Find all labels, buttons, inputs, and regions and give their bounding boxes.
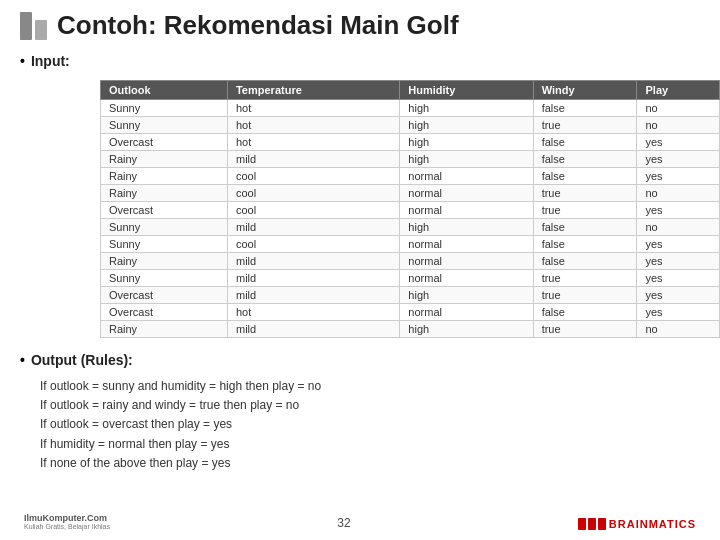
table-cell: no	[637, 100, 720, 117]
table-cell: yes	[637, 202, 720, 219]
rule-item: If outlook = sunny and humidity = high t…	[40, 377, 700, 396]
page-title: Contoh: Rekomendasi Main Golf	[57, 10, 459, 41]
table-cell: cool	[227, 202, 399, 219]
rule-item: If outlook = overcast then play = yes	[40, 415, 700, 434]
input-label: Input:	[31, 53, 70, 69]
table-row: Sunnyhothighfalseno	[101, 100, 720, 117]
table-cell: yes	[637, 134, 720, 151]
table-cell: Overcast	[101, 202, 228, 219]
footer-left: IlmuKomputer.Com Kuliah Gratis, Belajar …	[24, 513, 110, 530]
content-area: • Input: Outlook Temperature Humidity Wi…	[20, 53, 700, 509]
table-row: Rainycoolnormaltrueno	[101, 185, 720, 202]
title-icon	[20, 12, 47, 40]
table-cell: high	[400, 100, 533, 117]
table-cell: yes	[637, 168, 720, 185]
table-cell: Sunny	[101, 270, 228, 287]
brand-icon-bar1	[578, 518, 586, 530]
icon-bar2	[35, 20, 47, 40]
table-cell: high	[400, 321, 533, 338]
brand-icon-bar3	[598, 518, 606, 530]
table-cell: cool	[227, 236, 399, 253]
table-cell: normal	[400, 236, 533, 253]
table-cell: true	[533, 287, 637, 304]
footer-logo-text: IlmuKomputer.Com	[24, 513, 107, 523]
table-cell: normal	[400, 168, 533, 185]
table-cell: true	[533, 185, 637, 202]
table-cell: cool	[227, 168, 399, 185]
table-cell: hot	[227, 304, 399, 321]
brainmatics-logo: BRAINMATICS	[578, 518, 696, 530]
table-body: SunnyhothighfalsenoSunnyhothightruenoOve…	[101, 100, 720, 338]
table-cell: no	[637, 117, 720, 134]
table-cell: Rainy	[101, 321, 228, 338]
data-table: Outlook Temperature Humidity Windy Play …	[100, 80, 720, 338]
table-row: Overcastcoolnormaltrueyes	[101, 202, 720, 219]
table-cell: Rainy	[101, 168, 228, 185]
rule-item: If outlook = rainy and windy = true then…	[40, 396, 700, 415]
table-cell: normal	[400, 270, 533, 287]
input-section-header: • Input:	[20, 53, 700, 75]
rule-item: If none of the above then play = yes	[40, 454, 700, 473]
table-cell: false	[533, 100, 637, 117]
table-cell: mild	[227, 253, 399, 270]
table-cell: false	[533, 168, 637, 185]
table-row: Rainymildnormalfalseyes	[101, 253, 720, 270]
table-cell: Sunny	[101, 236, 228, 253]
table-cell: normal	[400, 253, 533, 270]
col-play: Play	[637, 81, 720, 100]
icon-bar1	[20, 12, 32, 40]
page-number: 32	[110, 516, 578, 530]
table-row: Sunnymildnormaltrueyes	[101, 270, 720, 287]
table-row: Rainymildhighfalseyes	[101, 151, 720, 168]
table-cell: false	[533, 236, 637, 253]
table-cell: high	[400, 134, 533, 151]
table-cell: no	[637, 219, 720, 236]
table-cell: mild	[227, 270, 399, 287]
table-row: Rainycoolnormalfalseyes	[101, 168, 720, 185]
table-cell: Overcast	[101, 134, 228, 151]
brand-name: BRAINMATICS	[609, 518, 696, 530]
table-cell: true	[533, 117, 637, 134]
table-cell: false	[533, 134, 637, 151]
table-cell: yes	[637, 236, 720, 253]
footer: IlmuKomputer.Com Kuliah Gratis, Belajar …	[20, 513, 700, 530]
output-label: Output (Rules):	[31, 352, 133, 368]
table-cell: mild	[227, 151, 399, 168]
table-cell: yes	[637, 287, 720, 304]
table-cell: Sunny	[101, 117, 228, 134]
rule-item: If humidity = normal then play = yes	[40, 435, 700, 454]
table-cell: high	[400, 219, 533, 236]
table-cell: Sunny	[101, 219, 228, 236]
table-cell: no	[637, 321, 720, 338]
table-cell: Overcast	[101, 287, 228, 304]
col-windy: Windy	[533, 81, 637, 100]
table-row: Overcasthotnormalfalseyes	[101, 304, 720, 321]
table-cell: mild	[227, 287, 399, 304]
table-cell: normal	[400, 202, 533, 219]
col-temperature: Temperature	[227, 81, 399, 100]
table-cell: normal	[400, 185, 533, 202]
table-cell: false	[533, 304, 637, 321]
brainmatics-icon	[578, 518, 606, 530]
table-header-row: Outlook Temperature Humidity Windy Play	[101, 81, 720, 100]
table-cell: yes	[637, 270, 720, 287]
table-cell: false	[533, 253, 637, 270]
col-outlook: Outlook	[101, 81, 228, 100]
table-cell: mild	[227, 219, 399, 236]
table-cell: Rainy	[101, 185, 228, 202]
table-cell: hot	[227, 100, 399, 117]
table-cell: mild	[227, 321, 399, 338]
col-humidity: Humidity	[400, 81, 533, 100]
table-cell: high	[400, 151, 533, 168]
footer-sub: Kuliah Gratis, Belajar Ikhlas	[24, 523, 110, 530]
page-container: Contoh: Rekomendasi Main Golf • Input: O…	[0, 0, 720, 540]
output-bullet: •	[20, 352, 25, 368]
table-cell: Rainy	[101, 151, 228, 168]
output-section-header: • Output (Rules):	[20, 352, 700, 372]
table-cell: cool	[227, 185, 399, 202]
table-cell: high	[400, 287, 533, 304]
table-cell: hot	[227, 134, 399, 151]
table-row: Sunnyhothightrueno	[101, 117, 720, 134]
table-cell: true	[533, 270, 637, 287]
table-cell: yes	[637, 151, 720, 168]
